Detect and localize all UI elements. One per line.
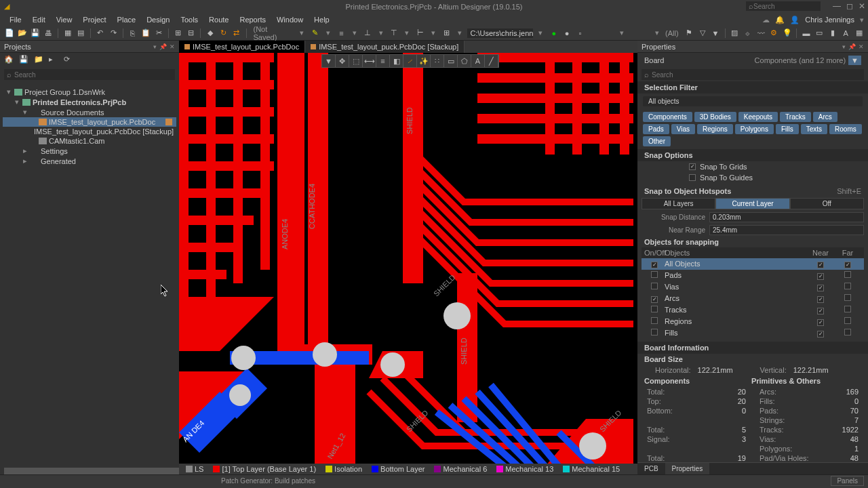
filter-btn[interactable]: Texts bbox=[801, 124, 827, 134]
filter-button[interactable]: ▽ bbox=[697, 28, 707, 39]
ft-text[interactable]: A bbox=[471, 55, 485, 67]
filter-btn[interactable]: 3D Bodies bbox=[694, 112, 736, 122]
ft-grid[interactable]: ∷ bbox=[431, 55, 444, 67]
prop-close-icon[interactable]: ✕ bbox=[859, 43, 864, 50]
ft-align[interactable]: ≡ bbox=[376, 55, 390, 67]
board-info-hdr[interactable]: Board Information bbox=[644, 344, 709, 352]
ft-poly[interactable]: ⬠ bbox=[458, 55, 471, 67]
gear-icon[interactable]: ⚙ bbox=[769, 28, 779, 39]
proj-home-icon[interactable]: 🏠 bbox=[4, 55, 14, 64]
save-button[interactable]: 💾 bbox=[31, 28, 41, 39]
tree-item[interactable]: ▾Printed Electronics.PrjPcb bbox=[3, 97, 176, 107]
ft-clear[interactable]: ✨ bbox=[417, 55, 431, 67]
pane1-button[interactable]: ▬ bbox=[801, 28, 811, 39]
filter-btn[interactable]: Pads bbox=[643, 124, 669, 134]
menu-project[interactable]: Project bbox=[77, 14, 111, 25]
proj-folder-icon[interactable]: 📁 bbox=[34, 55, 43, 64]
bulb-icon[interactable]: 💡 bbox=[782, 28, 792, 39]
menu-edit[interactable]: Edit bbox=[27, 14, 51, 25]
menu-design[interactable]: Design bbox=[141, 14, 175, 25]
redo-button[interactable]: ↷ bbox=[108, 28, 118, 39]
menu-help[interactable]: Help bbox=[309, 14, 335, 25]
filter-btn[interactable]: Regions bbox=[697, 124, 733, 134]
prop-pin-icon[interactable]: 📌 bbox=[848, 43, 856, 50]
ft-move[interactable]: ✥ bbox=[336, 55, 349, 67]
snap-row[interactable]: ✓Arcs✓ bbox=[642, 293, 864, 304]
doc2-button[interactable]: ▫ bbox=[575, 28, 585, 39]
filter-btn[interactable]: Arcs bbox=[813, 112, 837, 122]
maximize-button[interactable]: ◻ bbox=[846, 1, 853, 11]
ft-rect[interactable]: ▭ bbox=[444, 55, 458, 67]
ft-filter[interactable]: ▼ bbox=[322, 55, 336, 67]
menu-window[interactable]: Window bbox=[271, 14, 309, 25]
snap-row[interactable]: Pads✓ bbox=[642, 270, 864, 281]
snap-row[interactable]: Regions✓ bbox=[642, 316, 864, 327]
project-tree[interactable]: ▾Project Group 1.DsnWrk▾Printed Electron… bbox=[0, 83, 179, 468]
snap-opt-hdr[interactable]: Snap Options bbox=[644, 151, 693, 159]
hatch-button[interactable]: ▨ bbox=[730, 28, 740, 39]
stack-button[interactable]: ▦ bbox=[62, 28, 73, 39]
new-button[interactable]: 📄 bbox=[4, 28, 14, 39]
tree-item[interactable]: CAMtastic1.Cam bbox=[3, 136, 176, 146]
ftab-properties[interactable]: Properties bbox=[665, 463, 710, 474]
align4-button[interactable]: ⊤ bbox=[389, 28, 399, 39]
menu-file[interactable]: File bbox=[4, 14, 27, 25]
align-button[interactable]: ⊞ bbox=[173, 28, 183, 39]
user-icon[interactable]: 👤 bbox=[790, 16, 800, 24]
snap-grids-chk[interactable]: ✓ bbox=[689, 163, 696, 170]
minimize-button[interactable]: — bbox=[833, 1, 841, 11]
doc-button[interactable]: ▤ bbox=[76, 28, 86, 39]
layer-tab[interactable]: Mechanical 15 bbox=[559, 464, 624, 474]
tree-item[interactable]: IMSE_test_layout_puck.PcbDoc [Stackup] bbox=[3, 127, 176, 136]
proj-refresh-icon[interactable]: ⟳ bbox=[64, 55, 73, 64]
ft-line[interactable]: ╱ bbox=[485, 55, 498, 67]
panels-button[interactable]: Panels bbox=[831, 476, 864, 486]
panel-pin-icon[interactable]: 📌 bbox=[159, 43, 167, 50]
proj-search-input[interactable] bbox=[14, 71, 172, 79]
tree-item[interactable]: IMSE_test_layout_puck.PcbDoc bbox=[3, 117, 176, 127]
align2-button[interactable]: ≡ bbox=[336, 28, 347, 39]
pane3-button[interactable]: ▮ bbox=[827, 28, 837, 39]
grid2-button[interactable]: ⊞ bbox=[441, 28, 452, 39]
grid-button[interactable]: ⊟ bbox=[186, 28, 196, 39]
nav-btn2[interactable]: ● bbox=[561, 28, 572, 39]
layer-tab[interactable]: Mechanical 13 bbox=[492, 464, 557, 474]
tree-item[interactable]: ▸Generated bbox=[3, 156, 176, 166]
filter-btn[interactable]: Vias bbox=[671, 124, 695, 134]
global-search[interactable]: ⌕ bbox=[746, 1, 821, 11]
pcb-canvas[interactable]: ANODE4 CCATHODE4 SHIELD SHIELD SHIELD SH… bbox=[179, 53, 637, 464]
filter-icon[interactable]: ▼ bbox=[848, 56, 861, 65]
copy-button[interactable]: ⎘ bbox=[127, 28, 138, 39]
proj-compile-icon[interactable]: ▸ bbox=[49, 55, 58, 64]
align3-button[interactable]: ⊥ bbox=[363, 28, 373, 39]
snap-row[interactable]: ✓All Objects✓✓ bbox=[642, 258, 864, 270]
conn-button[interactable]: ⟐ bbox=[743, 28, 753, 39]
filter-btn[interactable]: Fills bbox=[776, 124, 799, 134]
doc-tab[interactable]: IMSE_test_layout_puck.PcbDoc bbox=[179, 41, 305, 53]
prop-search-input[interactable] bbox=[652, 71, 861, 79]
ft-diff[interactable]: ◧ bbox=[390, 55, 403, 67]
dd1[interactable]: ▾ bbox=[297, 28, 307, 37]
seg-all-layers[interactable]: All Layers bbox=[642, 198, 715, 209]
near-range-input[interactable] bbox=[709, 225, 864, 235]
snap-guides-chk[interactable] bbox=[689, 174, 696, 181]
ft-route[interactable]: ⟋ bbox=[403, 55, 417, 67]
tree-item[interactable]: ▸Settings bbox=[3, 146, 176, 156]
flag-button[interactable]: ⚑ bbox=[684, 28, 694, 39]
ft-dim[interactable]: ⟷ bbox=[363, 55, 376, 67]
tree-item[interactable]: ▾Source Documents bbox=[3, 107, 176, 117]
open-button[interactable]: 📂 bbox=[17, 28, 27, 39]
filter2-button[interactable]: ▼ bbox=[710, 28, 720, 39]
snap-distance-input[interactable] bbox=[709, 212, 864, 222]
print-button[interactable]: 🖶 bbox=[43, 28, 54, 39]
filter-btn[interactable]: Tracks bbox=[780, 112, 811, 122]
sel-filter-hdr[interactable]: Selection Filter bbox=[644, 83, 698, 92]
menu-place[interactable]: Place bbox=[112, 14, 142, 25]
tree-hscroll[interactable] bbox=[4, 468, 175, 474]
prop-opt-icon[interactable]: ▾ bbox=[842, 43, 846, 50]
pane2-button[interactable]: ▭ bbox=[814, 28, 825, 39]
menu-reports[interactable]: Reports bbox=[234, 14, 271, 25]
layer-tab[interactable]: LS bbox=[182, 464, 208, 474]
text-button[interactable]: A bbox=[841, 28, 851, 39]
filter-btn[interactable]: Rooms bbox=[829, 124, 862, 134]
